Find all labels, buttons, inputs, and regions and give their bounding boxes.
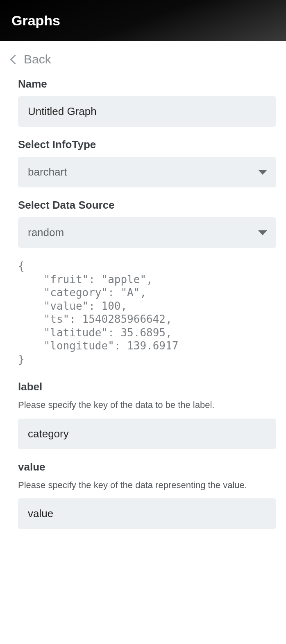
chevron-down-icon bbox=[258, 170, 267, 175]
label-key-label: label bbox=[18, 381, 276, 393]
back-button[interactable]: Back bbox=[10, 52, 276, 66]
data-preview: { "fruit": "apple", "category": "A", "va… bbox=[18, 259, 276, 366]
name-section: Name bbox=[18, 78, 276, 127]
name-input[interactable] bbox=[18, 96, 276, 127]
app-header: Graphs bbox=[0, 0, 286, 41]
datasource-section: Select Data Source random bbox=[18, 199, 276, 248]
datasource-selected: random bbox=[28, 226, 64, 239]
label-key-input[interactable] bbox=[18, 419, 276, 449]
content: Back Name Select InfoType barchart Selec… bbox=[0, 41, 286, 557]
value-key-help: Please specify the key of the data repre… bbox=[18, 479, 276, 491]
infotype-label: Select InfoType bbox=[18, 138, 276, 151]
label-key-section: label Please specify the key of the data… bbox=[18, 381, 276, 449]
infotype-selected: barchart bbox=[28, 166, 67, 178]
infotype-select[interactable]: barchart bbox=[18, 157, 276, 187]
value-key-input[interactable] bbox=[18, 498, 276, 529]
infotype-section: Select InfoType barchart bbox=[18, 138, 276, 187]
chevron-down-icon bbox=[258, 230, 267, 235]
name-label: Name bbox=[18, 78, 276, 90]
back-label: Back bbox=[24, 52, 51, 66]
form: Name Select InfoType barchart Select Dat… bbox=[10, 78, 276, 529]
value-key-section: value Please specify the key of the data… bbox=[18, 461, 276, 529]
app-title: Graphs bbox=[11, 13, 60, 29]
label-key-help: Please specify the key of the data to be… bbox=[18, 399, 276, 411]
datasource-label: Select Data Source bbox=[18, 199, 276, 212]
chevron-left-icon bbox=[10, 54, 16, 65]
datasource-select[interactable]: random bbox=[18, 217, 276, 248]
value-key-label: value bbox=[18, 461, 276, 473]
